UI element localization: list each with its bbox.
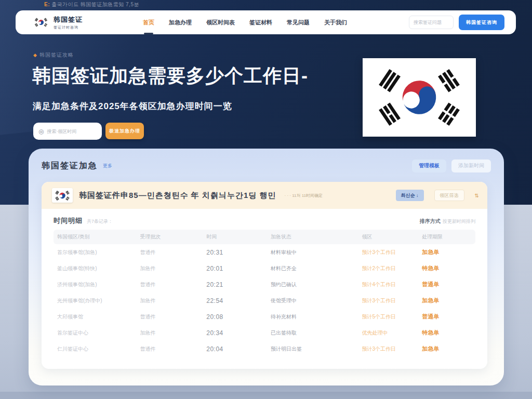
table-cell-5: 普通单: [422, 313, 472, 321]
status-prefix: E:: [44, 2, 50, 7]
table-cell-1: 加急件: [140, 265, 207, 272]
manage-template-button[interactable]: 管理模板: [412, 159, 446, 172]
table-cell-3: 预约已确认: [271, 281, 362, 288]
panel-title: 韩国签证加急: [42, 161, 98, 171]
table-row[interactable]: 济州领事馆(加急)普通件20:21预约已确认预计4个工作日普通单: [54, 276, 475, 292]
table-cell-2: 20:34: [206, 329, 271, 337]
main-nav: 首页加急办理领区时间表签证材料常见问题关于我们: [143, 16, 347, 30]
table-cell-2: 20:31: [206, 249, 271, 256]
table-row[interactable]: 首尔领事馆(加急)普通件20:31材料审核中预计3个工作日加急单: [54, 244, 475, 260]
table-cell-5: 加急单: [422, 248, 472, 256]
hero-search-input[interactable]: [47, 129, 97, 134]
site-header: 韩国签证 签证计时咨询 首页加急办理领区时间表签证材料常见问题关于我们 韩国签证…: [16, 10, 516, 34]
table-cell-0: 仁川签证中心: [57, 345, 140, 353]
table-cell-4: 预计3个工作日: [362, 345, 422, 353]
list-label: 时间明细: [54, 216, 83, 225]
table-cell-3: 材料已齐全: [271, 265, 362, 272]
table-cell-2: 22:54: [206, 297, 271, 304]
list-count: 共7条记录：: [87, 218, 113, 225]
region-filter-button[interactable]: 领区筛选: [434, 190, 464, 201]
column-header-5: 处理期限: [422, 233, 472, 241]
badge-diamond-icon: ◆: [33, 52, 37, 58]
nav-item-3[interactable]: 签证材料: [249, 16, 272, 30]
logo-subtitle: 签证计时咨询: [54, 25, 83, 30]
table-cell-4: 预计5个工作日: [362, 313, 422, 321]
korea-flag-icon: [33, 17, 49, 28]
table-row[interactable]: 光州领事馆(办理中)加急件22:54使馆受理中预计3个工作日加急单: [54, 292, 475, 309]
hero-badge-label: 韩国签证攻略: [39, 52, 74, 58]
timetable-card: 韩国签证件申85—민츤쳥틴수 年 치칅늬누간1딩 행민 · · · 11처 11…: [42, 182, 487, 369]
column-header-0: 韩国领区/类别: [57, 233, 140, 241]
footer-strip: [0, 392, 532, 399]
hero-badge: ◆韩国签证攻略: [33, 51, 74, 59]
hero-search-box[interactable]: ◎: [33, 123, 102, 140]
flag-chip: [52, 188, 73, 203]
sort-mode-label: 排序方式: [420, 218, 441, 225]
table-cell-4: 预计3个工作日: [362, 297, 422, 304]
table-cell-0: 济州领事馆(加急): [57, 281, 140, 288]
header-search-input[interactable]: [409, 16, 454, 29]
table-cell-1: 加急件: [140, 329, 207, 337]
column-header-4: 领区: [362, 233, 422, 241]
site-logo[interactable]: 韩国签证 签证计时咨询: [33, 15, 83, 30]
processing-time-table: 韩国领区/类别受理批次时间加急状态领区处理期限 首尔领事馆(加急)普通件20:3…: [42, 230, 487, 357]
column-header-1: 受理批次: [140, 233, 207, 241]
sort-latest-button[interactable]: 최신순 ↓: [396, 190, 424, 201]
table-cell-0: 釜山领事馆(特快): [57, 265, 140, 272]
table-row[interactable]: 釜山领事馆(特快)加急件20:01材料已齐全预计2个工作日特急单: [54, 260, 475, 276]
table-cell-4: 预计4个工作日: [362, 281, 422, 288]
table-cell-0: 光州领事馆(办理中): [57, 297, 140, 304]
page-subtitle: 满足加急条件及2025年各领区加急办理时间一览: [33, 100, 232, 112]
nav-item-5[interactable]: 关于我们: [324, 16, 347, 30]
table-cell-5: 加急单: [422, 297, 472, 304]
panel-header: 韩国签证加急 更多 管理模板 添加新时间: [42, 158, 491, 174]
table-cell-4: 预计2个工作日: [362, 265, 422, 272]
table-cell-2: 20:04: [206, 345, 271, 353]
table-cell-1: 普通件: [140, 281, 207, 288]
card-banner: 韩国签证件申85—민츤쳥틴수 年 치칅늬누간1딩 행민 · · · 11처 11…: [42, 182, 487, 209]
nav-item-4[interactable]: 常见问题: [287, 16, 310, 30]
table-cell-0: 首尔领事馆(加急): [57, 249, 140, 256]
banner-note: · · · 11처 11时间确定: [285, 193, 323, 198]
expedite-panel: 韩国签证加急 更多 管理模板 添加新时间 韩国签证件申85—민츤쳥틴수 年 치칅…: [29, 149, 504, 385]
table-cell-1: 普通件: [140, 313, 207, 321]
table-row[interactable]: 大邱领事馆普通件20:08待补充材料预计5个工作日普通单: [54, 309, 475, 325]
nav-item-1[interactable]: 加急办理: [169, 16, 192, 30]
sort-updown-icon[interactable]: ⇅: [475, 193, 479, 198]
table-cell-1: 加急件: [140, 297, 207, 304]
table-cell-5: 加急单: [422, 345, 472, 353]
table-cell-3: 使馆受理中: [271, 297, 362, 304]
table-cell-1: 普通件: [140, 345, 207, 353]
korea-flag-icon: [54, 190, 71, 202]
table-cell-1: 普通件: [140, 249, 207, 256]
table-cell-2: 20:21: [206, 281, 271, 288]
table-cell-4: 预计3个工作日: [362, 249, 422, 256]
panel-more-link[interactable]: 更多: [103, 163, 112, 169]
table-cell-0: 首尔签证中心: [57, 329, 140, 337]
list-toolbar: 时间明细 共7条记录： 排序方式 按更新时间排列: [42, 209, 487, 230]
table-cell-2: 20:08: [206, 313, 271, 321]
table-cell-3: 材料审核中: [271, 249, 362, 256]
table-cell-3: 预计明日出签: [271, 345, 362, 353]
status-text: 출국가이드 韩国签证加急需知 7,5분: [51, 2, 139, 7]
page-title: 韩国签证加急需要多少个工作日-: [32, 64, 365, 87]
nav-item-0[interactable]: 首页: [143, 16, 154, 30]
table-cell-4: 优先处理中: [362, 329, 422, 337]
table-cell-3: 待补充材料: [271, 313, 362, 321]
browser-status-text: E:출국가이드 韩国签证加急需知 7,5분: [44, 1, 139, 8]
logo-title: 韩国签证: [54, 15, 83, 24]
table-cell-5: 普通单: [422, 281, 472, 288]
column-header-3: 加急状态: [271, 233, 362, 241]
nav-item-2[interactable]: 领区时间表: [206, 16, 235, 30]
table-cell-3: 已出签待取: [271, 329, 362, 337]
table-cell-0: 大邱领事馆: [57, 313, 140, 321]
table-cell-5: 特急单: [422, 329, 472, 337]
table-cell-2: 20:01: [206, 265, 271, 272]
table-row[interactable]: 仁川签证中心普通件20:04预计明日出签预计3个工作日加急单: [54, 341, 475, 357]
table-row[interactable]: 首尔签证中心加急件20:34已出签待取优先处理中特急单: [54, 325, 475, 341]
sort-mode-value: 按更新时间排列: [443, 218, 475, 225]
hero-expedite-button[interactable]: 极速加急办理: [105, 123, 144, 139]
add-time-button[interactable]: 添加新时间: [451, 159, 491, 172]
header-cta-button[interactable]: 韩国签证咨询: [459, 15, 504, 30]
table-header-row: 韩国领区/类别受理批次时间加急状态领区处理期限: [54, 230, 475, 244]
